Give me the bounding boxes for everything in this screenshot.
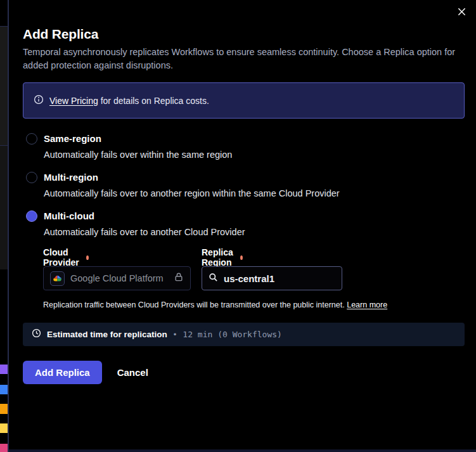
color-stripe <box>0 385 8 394</box>
option-description: Automatically fails over to another Clou… <box>44 226 457 238</box>
estimate-separator: • <box>174 330 177 339</box>
search-icon <box>209 273 218 285</box>
note-text: Replication traffic between Cloud Provid… <box>43 300 347 309</box>
close-icon <box>457 7 466 19</box>
add-replica-modal: Add Replica Temporal asynchronously repl… <box>9 0 476 452</box>
radio-multi-region[interactable] <box>26 172 37 183</box>
radio-multi-cloud[interactable] <box>26 210 37 222</box>
option-multi-cloud: Multi-cloud Automatically fails over to … <box>26 209 457 238</box>
option-multi-region: Multi-region Automatically fails over to… <box>26 171 457 200</box>
option-description: Automatically fails over to another regi… <box>44 187 457 200</box>
estimated-time-banner: Estimated time for replication • 12 min … <box>23 323 465 346</box>
gcp-logo-icon <box>50 271 65 286</box>
option-same-region: Same-region Automatically fails over wit… <box>26 132 457 161</box>
background-panel <box>0 146 8 269</box>
close-button[interactable] <box>455 6 468 19</box>
bottom-tint <box>9 449 476 452</box>
color-stripe <box>0 444 8 452</box>
radio-same-region[interactable] <box>26 133 37 145</box>
color-stripe <box>0 365 8 374</box>
cloud-provider-label: Cloud Provider <box>43 247 89 268</box>
option-label[interactable]: Same-region <box>44 132 457 146</box>
replica-region-label-text: Replica Region <box>202 247 235 268</box>
lock-icon <box>174 272 184 285</box>
replica-region-input[interactable] <box>224 273 325 284</box>
required-dot <box>240 255 243 260</box>
info-circle-icon <box>34 94 44 107</box>
pricing-info-banner: View Pricing for details on Replica cost… <box>23 82 465 119</box>
view-pricing-link[interactable]: View Pricing <box>49 96 98 106</box>
modal-title: Add Replica <box>23 27 98 42</box>
replica-region-field[interactable] <box>202 266 342 290</box>
add-replica-button[interactable]: Add Replica <box>23 361 102 384</box>
cloud-provider-value: Google Cloud Platform <box>70 273 168 283</box>
pricing-banner-rest: for details on Replica costs. <box>98 96 209 106</box>
clock-icon <box>32 328 41 340</box>
cancel-button[interactable]: Cancel <box>117 367 148 378</box>
option-description: Automatically fails over within the same… <box>44 148 457 161</box>
learn-more-link[interactable]: Learn more <box>347 300 387 309</box>
estimate-value: 12 min (0 Workflows) <box>183 330 282 339</box>
color-stripe <box>0 404 8 414</box>
color-stripe <box>0 423 8 433</box>
cloud-provider-select[interactable]: Google Cloud Platform <box>43 266 191 290</box>
modal-actions: Add Replica Cancel <box>23 361 148 384</box>
background-panel <box>0 27 8 145</box>
option-label[interactable]: Multi-region <box>44 171 457 184</box>
required-dot <box>86 255 89 260</box>
option-label[interactable]: Multi-cloud <box>44 209 457 223</box>
cloud-provider-label-text: Cloud Provider <box>43 247 81 268</box>
replica-region-label: Replica Region <box>202 247 243 268</box>
estimate-label: Estimated time for replication <box>47 330 167 339</box>
public-internet-note: Replication traffic between Cloud Provid… <box>43 300 387 309</box>
modal-description: Temporal asynchronously replicates Workf… <box>23 46 460 72</box>
pricing-banner-text: View Pricing for details on Replica cost… <box>49 96 209 106</box>
